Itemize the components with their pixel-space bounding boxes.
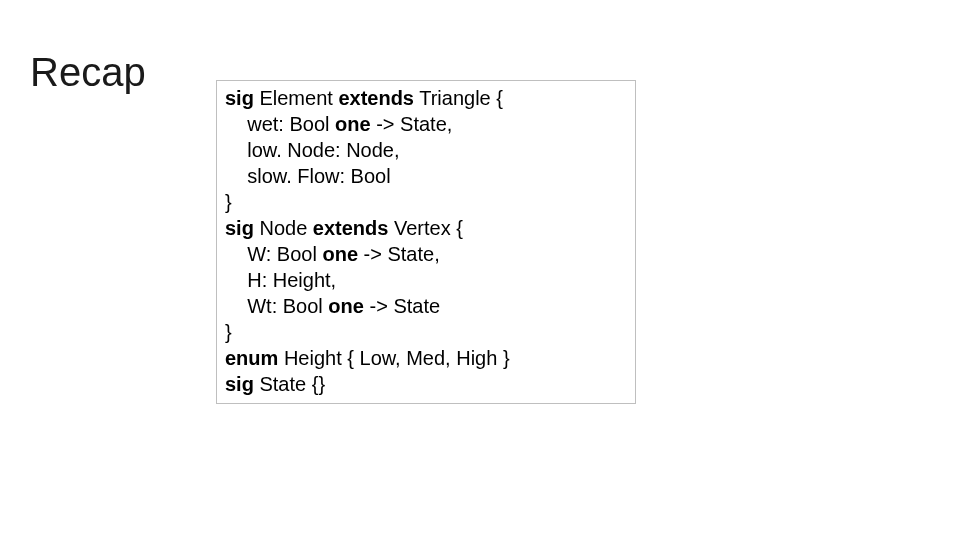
- code-line: sig State {}: [225, 371, 627, 397]
- keyword: sig: [225, 373, 254, 395]
- code-line: W: Bool one -> State,: [225, 241, 627, 267]
- keyword: one: [322, 243, 358, 265]
- code-text: Element: [254, 87, 338, 109]
- code-line: sig Node extends Vertex {: [225, 215, 627, 241]
- keyword: extends: [313, 217, 389, 239]
- code-text: W: Bool: [225, 243, 322, 265]
- code-text: Node: [254, 217, 313, 239]
- keyword: sig: [225, 217, 254, 239]
- code-text: }: [225, 191, 232, 213]
- code-line: sig Element extends Triangle {: [225, 85, 627, 111]
- code-line: }: [225, 319, 627, 345]
- code-text: Wt: Bool: [225, 295, 328, 317]
- code-text: }: [225, 321, 232, 343]
- keyword: sig: [225, 87, 254, 109]
- slide-title: Recap: [30, 50, 146, 95]
- code-line: wet: Bool one -> State,: [225, 111, 627, 137]
- code-text: Vertex {: [388, 217, 463, 239]
- code-text: -> State: [364, 295, 440, 317]
- slide: Recap sig Element extends Triangle { wet…: [0, 0, 960, 540]
- code-text: Triangle {: [414, 87, 503, 109]
- code-line: enum Height { Low, Med, High }: [225, 345, 627, 371]
- keyword: one: [328, 295, 364, 317]
- code-text: -> State,: [371, 113, 453, 135]
- code-text: low. Node: Node,: [225, 139, 400, 161]
- code-box: sig Element extends Triangle { wet: Bool…: [216, 80, 636, 404]
- code-text: State {}: [254, 373, 325, 395]
- code-line: }: [225, 189, 627, 215]
- code-line: low. Node: Node,: [225, 137, 627, 163]
- code-text: wet: Bool: [225, 113, 335, 135]
- keyword: one: [335, 113, 371, 135]
- code-text: Height { Low, Med, High }: [278, 347, 509, 369]
- code-line: Wt: Bool one -> State: [225, 293, 627, 319]
- keyword: extends: [338, 87, 414, 109]
- code-line: H: Height,: [225, 267, 627, 293]
- code-text: -> State,: [358, 243, 440, 265]
- code-text: slow. Flow: Bool: [225, 165, 391, 187]
- keyword: enum: [225, 347, 278, 369]
- code-text: H: Height,: [225, 269, 336, 291]
- code-line: slow. Flow: Bool: [225, 163, 627, 189]
